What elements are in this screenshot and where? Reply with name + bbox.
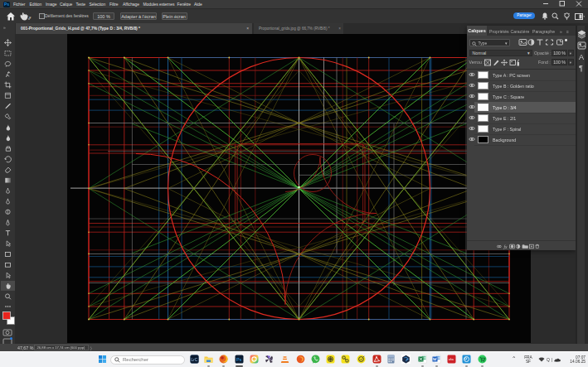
svg-text:¶: ¶	[579, 64, 583, 72]
svg-text:LrC: LrC	[191, 357, 197, 361]
svg-text:fx: fx	[504, 244, 508, 249]
svg-text:A: A	[579, 53, 584, 61]
svg-text:Ps: Ps	[236, 357, 242, 362]
svg-text:aha: aha	[448, 358, 453, 361]
